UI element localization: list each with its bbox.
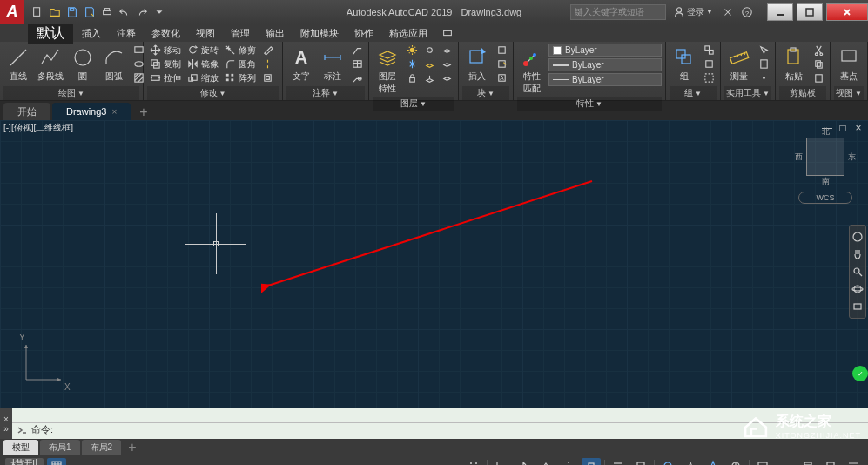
status-polar-icon[interactable]: [514, 458, 533, 465]
command-line[interactable]: ×» 命令:: [0, 408, 868, 439]
status-monitor-icon[interactable]: [753, 458, 772, 465]
cut-icon[interactable]: [811, 44, 826, 57]
qat-dropdown-icon[interactable]: [151, 4, 167, 20]
window-close-button[interactable]: [826, 3, 868, 21]
vp-close-icon[interactable]: ×: [852, 122, 865, 134]
dimension-button[interactable]: 标注: [318, 44, 347, 84]
ribbon-tab-more-icon[interactable]: [440, 25, 455, 41]
layer-b-icon[interactable]: [439, 57, 454, 71]
status-annovis-icon[interactable]: [703, 458, 723, 465]
move-button[interactable]: 移动: [147, 44, 183, 57]
measure-button[interactable]: 测量: [724, 44, 754, 84]
rotate-button[interactable]: 旋转: [185, 44, 220, 57]
panel-utilities-label[interactable]: 实用工具▼: [724, 86, 771, 100]
color-combo[interactable]: ByLayer: [548, 44, 662, 57]
status-cycle-icon[interactable]: [658, 458, 677, 465]
stretch-button[interactable]: 拉伸: [147, 71, 183, 84]
explode-icon[interactable]: [259, 57, 275, 71]
layer-a-icon[interactable]: [439, 44, 454, 57]
scale-button[interactable]: 缩放: [185, 71, 220, 84]
window-minimize-button[interactable]: [767, 3, 793, 21]
qat-save-icon[interactable]: [64, 4, 80, 20]
array-button[interactable]: 阵列: [222, 71, 258, 84]
qat-plot-icon[interactable]: [99, 4, 115, 20]
copy-button[interactable]: 复制: [147, 57, 183, 71]
status-units-icon[interactable]: [776, 458, 795, 465]
ribbon-tab-output[interactable]: 输出: [259, 25, 292, 42]
viewport-label[interactable]: [-][俯视][二维线框]: [3, 122, 73, 134]
panel-group-label[interactable]: 组▼: [670, 86, 717, 100]
nav-wheel-icon[interactable]: [851, 231, 864, 243]
calc-icon[interactable]: [756, 57, 771, 71]
panel-modify-label[interactable]: 修改▼: [147, 86, 279, 100]
polyline-button[interactable]: 多段线: [35, 44, 66, 84]
status-otrack-icon[interactable]: [559, 458, 578, 465]
group-bb-icon[interactable]: [701, 71, 717, 84]
panel-annotation-label[interactable]: 注释▼: [286, 86, 365, 100]
ribbon-tab-annotate[interactable]: 注释: [110, 25, 143, 42]
panel-layers-label[interactable]: 图层▼: [373, 97, 454, 111]
status-transparency-icon[interactable]: [631, 458, 650, 465]
qat-redo-icon[interactable]: [134, 4, 150, 20]
linetype-combo[interactable]: ByLayer: [548, 73, 662, 86]
leader-icon[interactable]: [349, 44, 365, 57]
nav-zoom-icon[interactable]: [851, 266, 864, 278]
layer-freeze-icon[interactable]: [404, 57, 420, 71]
file-tab-close-icon[interactable]: ×: [111, 107, 117, 117]
point-icon[interactable]: [756, 71, 771, 84]
qat-open-icon[interactable]: [47, 4, 63, 20]
mleader-icon[interactable]: [349, 71, 365, 84]
status-qp-icon[interactable]: [798, 458, 818, 465]
ribbon-tab-default[interactable]: 默认: [28, 23, 73, 44]
nav-pan-icon[interactable]: [851, 248, 864, 260]
nav-showmotion-icon[interactable]: [851, 300, 864, 313]
command-line-handle[interactable]: ×»: [0, 408, 12, 439]
status-clean-icon[interactable]: [821, 458, 840, 465]
ribbon-tab-view[interactable]: 视图: [189, 25, 222, 42]
erase-icon[interactable]: [259, 44, 275, 57]
autodesk-signin-badge[interactable]: ✓: [852, 366, 868, 381]
circle-button[interactable]: 圜: [68, 44, 98, 84]
help-icon[interactable]: ?: [739, 4, 755, 20]
copy-clip-icon[interactable]: [811, 57, 826, 71]
ungroup-icon[interactable]: [701, 44, 717, 57]
panel-view-label[interactable]: 视图▼: [834, 86, 864, 100]
file-tab-add-button[interactable]: +: [132, 104, 154, 120]
panel-properties-label[interactable]: 特性▼: [517, 97, 662, 111]
login-button[interactable]: 登录▼: [670, 6, 717, 18]
ribbon-tab-addins[interactable]: 附加模块: [293, 25, 346, 42]
select-icon[interactable]: [756, 44, 771, 57]
layer-off-icon[interactable]: [421, 44, 437, 57]
status-ortho-icon[interactable]: [491, 458, 510, 465]
block-create-icon[interactable]: [494, 44, 509, 57]
layer-lock-icon[interactable]: [404, 71, 420, 84]
status-ws-icon[interactable]: [726, 458, 745, 465]
table-icon[interactable]: [349, 57, 365, 71]
vp-maximize-icon[interactable]: □: [837, 122, 849, 134]
ribbon-tab-parametric[interactable]: 参数化: [145, 25, 187, 42]
ribbon-tab-manage[interactable]: 管理: [224, 25, 257, 42]
line-button[interactable]: 直线: [3, 44, 33, 84]
layout-tab-add-button[interactable]: +: [123, 440, 141, 455]
paste-special-icon[interactable]: [811, 71, 826, 84]
block-attr-icon[interactable]: A: [494, 71, 509, 84]
status-custom-icon[interactable]: [844, 458, 863, 465]
ribbon-tab-featured[interactable]: 精选应用: [382, 25, 434, 42]
arc-button[interactable]: 圆弧: [99, 44, 129, 84]
group-button[interactable]: 组: [670, 44, 699, 84]
paste-button[interactable]: 粘贴: [779, 44, 809, 84]
status-model-button[interactable]: 模型: [5, 458, 44, 465]
layout-tab-2[interactable]: 布局2: [82, 440, 122, 455]
offset-icon[interactable]: [259, 71, 275, 84]
nav-orbit-icon[interactable]: [851, 283, 864, 295]
qat-new-icon[interactable]: [30, 4, 45, 20]
layer-c-icon[interactable]: [439, 71, 454, 84]
lineweight-combo[interactable]: ByLayer: [548, 58, 662, 71]
layout-tab-model[interactable]: 模型: [3, 440, 38, 455]
status-lwt-icon[interactable]: [609, 458, 628, 465]
viewcube[interactable]: 北 南 东 西 WCS: [798, 138, 852, 204]
match-properties-button[interactable]: 特性 匹配: [517, 44, 547, 97]
file-tab-start[interactable]: 开始: [3, 103, 50, 120]
status-iso-icon[interactable]: [536, 458, 555, 465]
insert-block-button[interactable]: 插入: [462, 44, 492, 84]
